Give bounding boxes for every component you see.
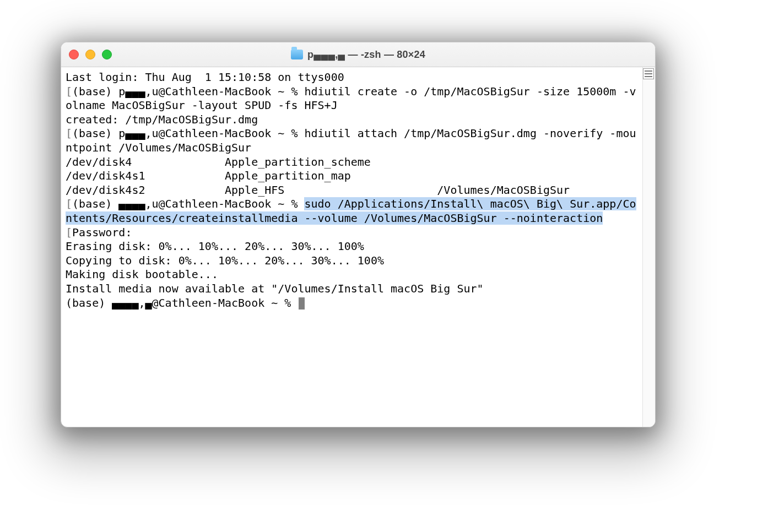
prompt-1: (base) p▄▄▄,u@Cathleen-MacBook ~ % [72, 85, 304, 98]
making-line: Making disk bootable... [66, 268, 218, 281]
scroll-menu-icon[interactable] [643, 68, 654, 79]
prompt-bracket: [ [66, 197, 72, 210]
output-disk4s1: /dev/disk4s1 Apple_partition_map [66, 169, 437, 182]
terminal-window: p▄▄▄,▄ — -zsh — 80×24 Last login: Thu Au… [61, 42, 656, 427]
prompt-3: (base) ▄▄▄▄,u@Cathleen-MacBook ~ % [72, 197, 304, 210]
window-controls [69, 50, 112, 59]
prompt-2: (base) p▄▄▄,u@Cathleen-MacBook ~ % [72, 127, 304, 140]
prompt-bracket: [ [66, 127, 72, 140]
prompt-bracket: [ [66, 85, 72, 98]
last-login-line: Last login: Thu Aug 1 15:10:58 on ttys00… [66, 70, 344, 84]
close-icon[interactable] [69, 50, 79, 59]
scrollbar[interactable] [642, 67, 655, 427]
window-title: p▄▄▄,▄ — -zsh — 80×24 [307, 49, 425, 61]
output-disk4: /dev/disk4 Apple_partition_scheme [66, 155, 437, 169]
output-disk4s2: /dev/disk4s2 Apple_HFS /Volumes/MacOSBig… [66, 183, 570, 197]
zoom-icon[interactable] [102, 50, 112, 59]
prompt-4: (base) ▄▄▄▄,▄@Cathleen-MacBook ~ % [66, 296, 298, 310]
prompt-bracket: [ [66, 226, 72, 239]
terminal-output[interactable]: Last login: Thu Aug 1 15:10:58 on ttys00… [61, 67, 643, 427]
output-created: created: /tmp/MacOSBigSur.dmg [66, 113, 258, 126]
erasing-line: Erasing disk: 0%... 10%... 20%... 30%...… [66, 240, 364, 253]
copying-line: Copying to disk: 0%... 10%... 20%... 30%… [66, 254, 384, 267]
minimize-icon[interactable] [85, 50, 95, 59]
cursor-icon [299, 297, 305, 310]
titlebar[interactable]: p▄▄▄,▄ — -zsh — 80×24 [61, 42, 655, 67]
password-prompt: Password: [72, 226, 132, 239]
done-line: Install media now available at "/Volumes… [66, 282, 484, 295]
folder-icon [291, 50, 303, 59]
